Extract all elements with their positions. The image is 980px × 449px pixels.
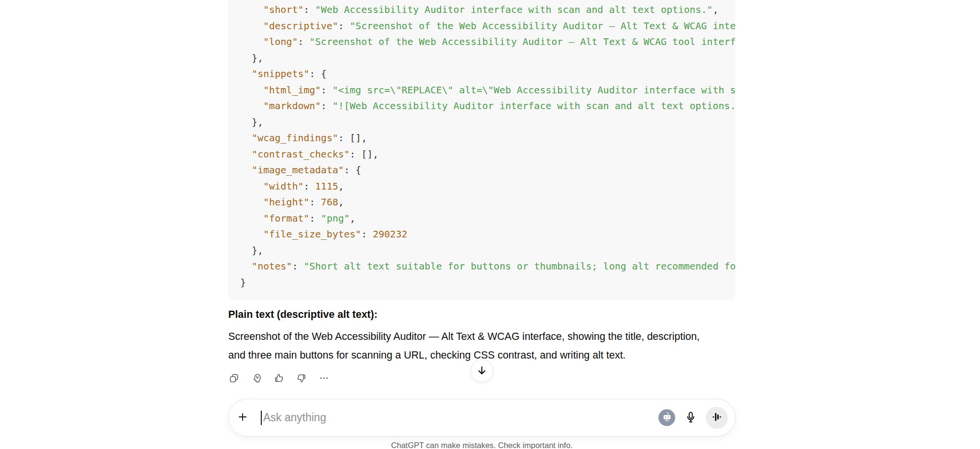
- code-block: "short": "Web Accessibility Auditor inte…: [228, 0, 735, 300]
- thumbs-down-button[interactable]: [296, 372, 307, 384]
- plus-icon: [237, 411, 248, 424]
- paragraph-line-1: Screenshot of the Web Accessibility Audi…: [228, 327, 740, 346]
- composer-right-controls: [658, 407, 735, 429]
- attach-button[interactable]: [237, 412, 248, 424]
- more-options-icon: [319, 373, 329, 383]
- reasoning-button[interactable]: [251, 372, 262, 384]
- voice-mode-button[interactable]: [706, 407, 728, 429]
- plain-text-heading: Plain text (descriptive alt text):: [228, 308, 735, 321]
- composer[interactable]: Ask anything: [228, 399, 735, 437]
- robot-icon: [662, 412, 672, 424]
- microphone-icon: [684, 411, 697, 425]
- code-content: "short": "Web Accessibility Auditor inte…: [228, 0, 735, 295]
- thumbs-up-icon: [274, 373, 284, 383]
- more-options-button[interactable]: [318, 372, 330, 384]
- bot-avatar-button[interactable]: [658, 409, 675, 426]
- composer-input[interactable]: Ask anything: [263, 411, 658, 424]
- reasoning-icon: [251, 373, 262, 383]
- thumbs-down-icon: [296, 373, 307, 383]
- copy-icon: [229, 373, 239, 383]
- voice-mode-icon: [711, 411, 723, 424]
- scroll-to-bottom-button[interactable]: [470, 359, 493, 382]
- dictate-button[interactable]: [684, 411, 697, 425]
- chatgpt-conversation-page: "short": "Web Accessibility Auditor inte…: [0, 0, 980, 449]
- arrow-down-icon: [476, 365, 488, 378]
- copy-button[interactable]: [228, 372, 240, 384]
- plain-text-paragraph: Screenshot of the Web Accessibility Audi…: [228, 327, 740, 365]
- thumbs-up-button[interactable]: [273, 372, 285, 384]
- disclaimer-text: ChatGPT can make mistakes. Check importa…: [228, 441, 735, 449]
- message-action-bar: [228, 371, 330, 385]
- text-cursor: [261, 411, 262, 425]
